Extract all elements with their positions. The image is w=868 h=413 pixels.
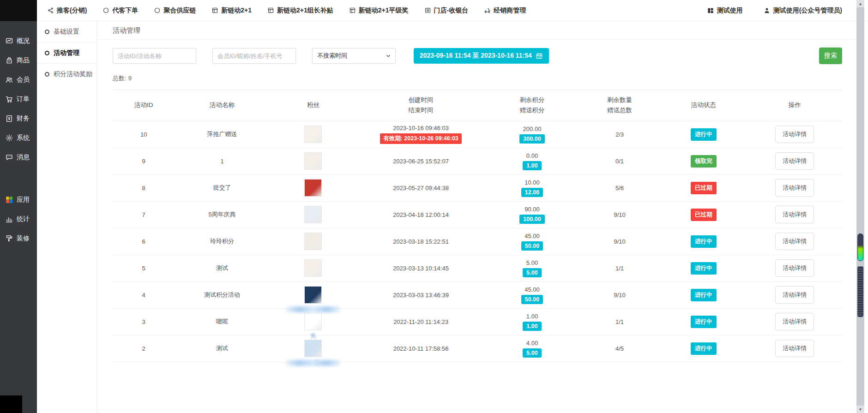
top-nav-label: 聚合供应链 — [163, 6, 196, 15]
activity-detail-button[interactable]: 活动详情 — [775, 259, 814, 277]
scrollbar-up-arrow[interactable]: ▲ — [856, 0, 864, 7]
top-nav-item[interactable]: 代客下单 — [102, 6, 138, 15]
sidebar-main-group: 概况商品会员订单财务系统消息 — [0, 31, 37, 167]
remain-points: 10.00 — [485, 179, 579, 186]
goods-icon — [5, 56, 13, 65]
share-icon — [47, 7, 54, 14]
cell-action: 活动详情 — [747, 121, 842, 148]
cell-fan — [270, 174, 357, 201]
cell-quantity: 5/6 — [579, 174, 660, 201]
submenu-item[interactable]: 活动管理 — [37, 42, 96, 64]
cell-action: 活动详情 — [747, 174, 842, 201]
scrollbar-down-arrow[interactable]: ▼ — [856, 406, 864, 413]
activity-detail-button[interactable]: 活动详情 — [775, 152, 814, 170]
time-filter-select[interactable]: 不搜索时间 — [312, 48, 396, 64]
cell-fan — [270, 121, 357, 148]
column-header-line1: 创建时间 — [357, 95, 485, 105]
circle-outline-icon — [45, 72, 49, 77]
cell-activity-id: 5 — [113, 255, 175, 281]
sidebar-item-stats[interactable]: 统计 — [0, 209, 37, 229]
activity-detail-button[interactable]: 活动详情 — [775, 126, 814, 143]
fan-avatar — [304, 340, 322, 357]
cell-fan — [270, 148, 357, 174]
gift-points-badge: 1.00 — [523, 322, 541, 331]
top-nav-item[interactable]: 门店-收银台 — [424, 6, 469, 15]
sidebar-item-order[interactable]: 订单 — [0, 90, 37, 109]
cell-quantity: 1/1 — [579, 255, 660, 281]
sidebar-item-label: 概况 — [17, 37, 30, 45]
cell-action: 活动详情 — [747, 308, 842, 335]
user-icon — [763, 7, 771, 14]
sidebar-item-decorate[interactable]: 装修 — [0, 229, 37, 248]
circle-outline-icon — [45, 30, 49, 34]
activity-detail-button[interactable]: 活动详情 — [775, 286, 814, 304]
cell-points: 0.001.00 — [485, 148, 579, 174]
created-time: 2022-10-11 17:58:56 — [357, 345, 485, 352]
submenu-item[interactable]: 积分活动奖励 — [37, 64, 96, 85]
column-header-line2: 赠送总数 — [579, 105, 660, 115]
column-header: 剩余数量赠送总数 — [579, 90, 660, 121]
activity-detail-button[interactable]: 活动详情 — [775, 340, 814, 357]
expiry-badge: 有效期: 2023-10-26 09:46:03 — [380, 133, 462, 144]
sidebar-item-apps-color[interactable]: 应用 — [0, 190, 37, 209]
activity-detail-button[interactable]: 活动详情 — [775, 206, 814, 223]
column-header-line1: 操作 — [747, 100, 842, 110]
sidebar-item-system[interactable]: 系统 — [0, 128, 37, 148]
sidebar-item-message[interactable]: 消息 — [0, 148, 37, 167]
cell-activity-name: 测试积分活动 — [175, 281, 269, 308]
top-nav-label: 经销商管理 — [494, 6, 526, 15]
cell-status: 已过期 — [660, 174, 747, 201]
status-badge: 进行中 — [691, 262, 717, 275]
status-badge: 进行中 — [691, 316, 717, 328]
cell-quantity: 1/1 — [579, 308, 660, 335]
table-row: 3嗯呢先2022-11-20 11:14:231.001.001/1进行中活动详… — [113, 308, 842, 335]
cell-status: 已过期 — [660, 201, 747, 228]
top-nav-item[interactable]: 推客(分销) — [47, 6, 87, 15]
sidebar-item-member[interactable]: 会员 — [0, 70, 37, 90]
cell-action: 活动详情 — [747, 201, 842, 228]
cell-activity-name: 测试 — [175, 335, 269, 362]
fan-avatar — [304, 233, 322, 250]
sidebar-item-label: 商品 — [17, 56, 30, 65]
fan-avatar-wrap: 先 — [304, 313, 322, 330]
top-nav-item[interactable]: 聚合供应链 — [154, 6, 196, 15]
decorate-icon — [5, 234, 13, 243]
activity-detail-button[interactable]: 活动详情 — [775, 233, 814, 250]
sidebar-item-goods[interactable]: 商品 — [0, 51, 37, 70]
sidebar-item-finance[interactable]: 财务 — [0, 109, 37, 128]
gift-points-badge: 5.00 — [523, 268, 541, 277]
submenu-item[interactable]: 基础设置 — [37, 21, 96, 42]
activity-detail-button[interactable]: 活动详情 — [775, 313, 814, 330]
cell-activity-id: 3 — [113, 308, 175, 335]
status-badge: 领取完 — [691, 155, 717, 168]
date-range-button[interactable]: 2023-09-16 11:54 至 2023-10-16 11:54 — [414, 48, 549, 64]
table-header-row: 活动ID活动名称粉丝创建时间结束时间剩余积分赠送积分剩余数量赠送总数活动状态操作 — [113, 90, 842, 121]
search-button[interactable]: 搜索 — [819, 48, 842, 64]
fan-avatar-wrap: 小程 — [304, 340, 322, 357]
member-search-input[interactable] — [212, 48, 296, 64]
top-nav: 推客(分销)代客下单聚合供应链新链动2+1新链动2+1组长补贴新链动2+1平级奖… — [47, 6, 526, 15]
top-nav-item[interactable]: 经销商管理 — [484, 6, 526, 15]
fan-avatar-wrap — [304, 286, 322, 304]
account-item[interactable]: 测试使用 — [707, 6, 743, 15]
activity-detail-button[interactable]: 活动详情 — [775, 179, 814, 197]
table-row: 6玲玲积分2023-03-18 15:22:5145.0050.009/10进行… — [113, 228, 842, 255]
sidebar-item-overview[interactable]: 概况 — [0, 31, 37, 51]
sidebar-item-label: 应用 — [17, 196, 30, 204]
page-scrollbar[interactable]: ▲ ▼ — [856, 0, 864, 413]
cell-activity-id: 4 — [113, 281, 175, 308]
top-nav-item[interactable]: 新链动2+1 — [211, 6, 252, 15]
fan-avatar-wrap — [304, 233, 322, 250]
sheet-icon — [349, 7, 356, 14]
cell-activity-name: 嗯呢 — [175, 308, 269, 335]
account-item[interactable]: 测试使用(公众号管理员) — [763, 6, 842, 15]
scrollbar-thumb[interactable] — [857, 266, 863, 317]
top-nav-item[interactable]: 新链动2+1组长补贴 — [267, 6, 333, 15]
cell-time: 2023-05-27 09:44:38 — [357, 174, 485, 201]
top-nav-item[interactable]: 新链动2+1平级奖 — [349, 6, 409, 15]
activity-search-input[interactable] — [113, 48, 196, 64]
cell-time: 2023-03-18 15:22:51 — [357, 228, 485, 255]
top-nav-label: 推客(分销) — [57, 6, 87, 15]
apps-solid-icon — [707, 7, 714, 14]
table-row: 8提交了2023-05-27 09:44:3810.0012.005/6已过期活… — [113, 174, 842, 201]
